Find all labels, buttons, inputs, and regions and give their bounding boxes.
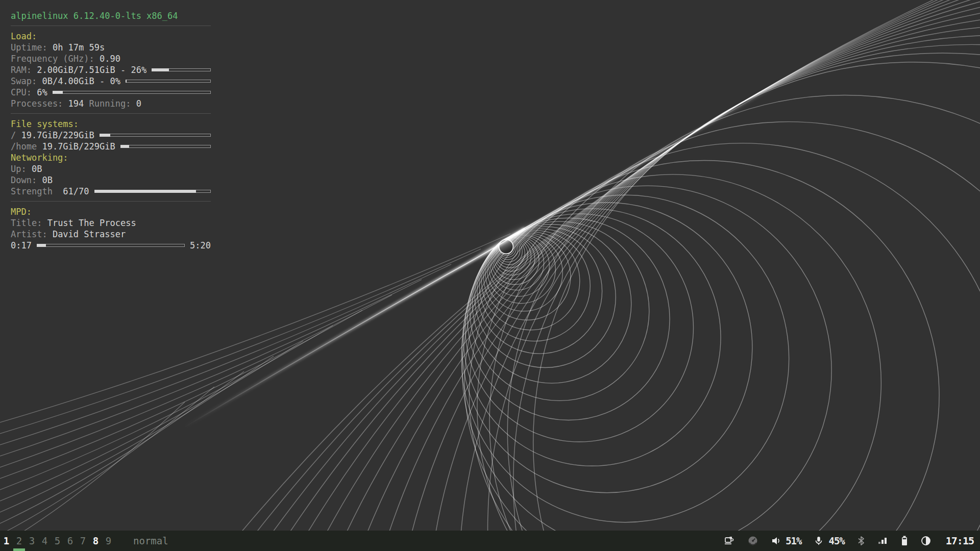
net-down-row: Down: 0B: [11, 174, 211, 186]
ram-bar: [152, 68, 211, 71]
net-up-value: 0B: [32, 163, 42, 174]
running-value: 0: [136, 98, 141, 109]
os-kernel-header: alpinelinux 6.12.40-0-lts x86_64: [11, 10, 211, 21]
wifi-strength-row: Strength 61/70: [11, 186, 211, 197]
processes-row: Processes: 194 Running: 0: [11, 98, 211, 109]
workspace-label: 1: [4, 535, 9, 546]
workspace-button-4[interactable]: 4: [38, 531, 51, 551]
workspace-button-8[interactable]: 8: [89, 531, 102, 551]
speaker-icon: [771, 536, 781, 546]
net-up-row: Up: 0B: [11, 163, 211, 174]
bluetooth-icon[interactable]: [857, 536, 865, 546]
ram-value: 2.00GiB/7.51GiB - 26%: [37, 64, 146, 76]
wifi-strength-value: 61/70: [63, 186, 89, 197]
workspace-label: 8: [93, 535, 99, 546]
uptime-value: 0h 17m 59s: [53, 42, 105, 53]
workspace-button-5[interactable]: 5: [51, 531, 64, 551]
frequency-row: Frequency (GHz): 0.90: [11, 53, 211, 64]
workspace-button-2[interactable]: 2: [13, 531, 26, 551]
volume-indicator[interactable]: 51%: [771, 535, 801, 546]
fs-root-bar: [100, 134, 211, 137]
microphone-indicator[interactable]: 45%: [814, 535, 844, 546]
gauge-icon[interactable]: [747, 535, 758, 546]
volume-percent: 51%: [786, 535, 801, 546]
mpd-section-title: MPD:: [11, 206, 211, 217]
workspace-button-1[interactable]: 1: [0, 531, 13, 551]
cpu-bar: [53, 91, 211, 94]
workspace-button-9[interactable]: 9: [102, 531, 115, 551]
swap-value: 0B/4.00GiB - 0%: [42, 76, 120, 87]
system-monitor-widget: alpinelinux 6.12.40-0-lts x86_64 Load: U…: [11, 10, 211, 251]
mic-percent: 45%: [828, 535, 844, 546]
fs-home-value: 19.7GiB/229GiB: [42, 141, 115, 152]
swap-bar: [126, 80, 211, 83]
networking-section-title: Networking:: [11, 152, 211, 163]
mpd-song-title: Trust The Process: [47, 217, 136, 229]
frequency-value: 0.90: [100, 53, 120, 64]
workspace-label: 6: [67, 535, 73, 546]
mpd-title-row: Title: Trust The Process: [11, 217, 211, 229]
fs-root-value: 19.7GiB/229GiB: [21, 130, 94, 141]
system-tray: 51% 45%: [724, 535, 980, 547]
status-bar: 123456789 normal 51%: [0, 531, 980, 551]
microphone-icon: [814, 536, 824, 546]
divider: [11, 201, 211, 202]
desktop: alpinelinux 6.12.40-0-lts x86_64 Load: U…: [0, 0, 980, 551]
load-section-title: Load:: [11, 31, 211, 42]
processes-value: 194: [68, 98, 84, 109]
swap-row: Swap: 0B/4.00GiB - 0%: [11, 76, 211, 87]
net-down-value: 0B: [42, 174, 52, 186]
cpu-value: 6%: [37, 87, 47, 98]
workspace-label: 3: [29, 535, 35, 546]
workspace-label: 2: [16, 535, 22, 546]
signal-bars-icon[interactable]: [877, 536, 889, 546]
mode-indicator: normal: [133, 535, 168, 546]
mpd-elapsed-time: 0:17: [11, 240, 32, 251]
coffee-cup-icon[interactable]: [724, 535, 735, 546]
workspace-button-3[interactable]: 3: [26, 531, 38, 551]
uptime-row: Uptime: 0h 17m 59s: [11, 42, 211, 53]
half-contrast-icon[interactable]: [920, 535, 932, 546]
fs-home-bar: [120, 145, 211, 148]
mpd-progress-row: 0:17 5:20: [11, 240, 211, 251]
divider: [11, 113, 211, 114]
workspace-button-7[interactable]: 7: [77, 531, 89, 551]
mpd-total-time: 5:20: [190, 240, 211, 251]
mpd-progress-bar: [37, 244, 185, 247]
ram-row: RAM: 2.00GiB/7.51GiB - 26%: [11, 64, 211, 76]
mpd-artist: David Strasser: [53, 229, 126, 240]
wifi-strength-bar: [94, 190, 211, 193]
cpu-row: CPU: 6%: [11, 87, 211, 98]
workspace-label: 4: [42, 535, 47, 546]
workspace-label: 9: [106, 535, 111, 546]
workspace-button-6[interactable]: 6: [64, 531, 77, 551]
fs-root-row: / 19.7GiB/229GiB: [11, 130, 211, 141]
workspace-switcher: 123456789: [0, 531, 115, 551]
divider: [11, 26, 211, 26]
focused-workspace-underline: [13, 548, 25, 551]
workspace-label: 5: [55, 535, 60, 546]
clock: 17:15: [946, 535, 974, 547]
battery-icon[interactable]: [901, 535, 908, 546]
mpd-artist-row: Artist: David Strasser: [11, 229, 211, 240]
fs-home-row: /home 19.7GiB/229GiB: [11, 141, 211, 152]
filesystems-section-title: File systems:: [11, 118, 211, 130]
workspace-label: 7: [80, 535, 86, 546]
